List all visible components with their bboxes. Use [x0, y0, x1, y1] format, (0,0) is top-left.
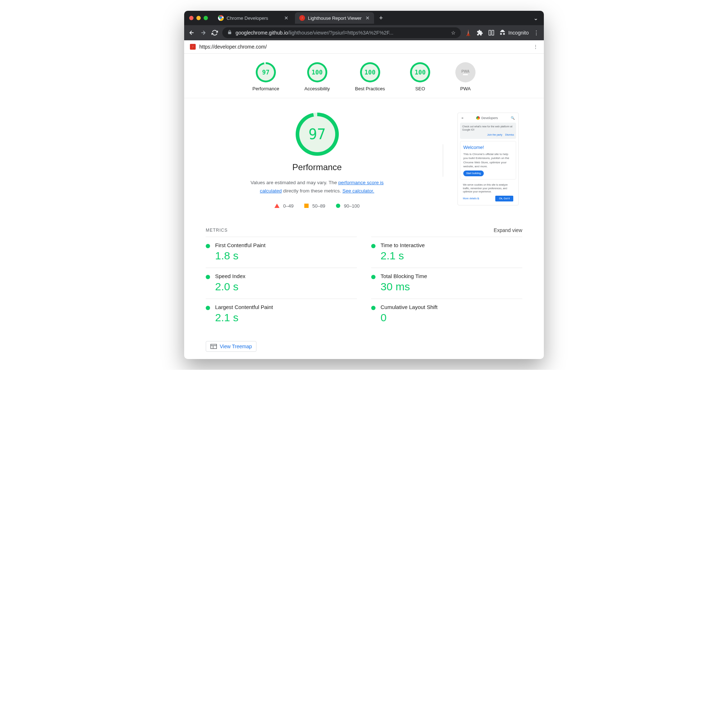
performance-detail: 97 Performance Values are estimated and …: [184, 98, 544, 219]
metrics-section: METRICS Expand view First Contentful Pai…: [184, 219, 544, 337]
hamburger-icon: ≡: [461, 116, 463, 121]
back-button[interactable]: [188, 29, 195, 37]
pass-bullet-icon: [206, 306, 210, 310]
page-screenshot-thumbnail: ≡Developers🔍 Check out what's new for th…: [458, 113, 522, 209]
metric-item[interactable]: Time to Interactive 2.1 s: [371, 237, 522, 268]
lighthouse-logo-icon: 🗼: [190, 44, 195, 50]
gauge-accessibility[interactable]: 100 Accessibility: [304, 62, 330, 91]
pass-bullet-icon: [371, 275, 376, 279]
performance-description: Values are estimated and may vary. The p…: [249, 179, 386, 195]
tab-strip: Chrome Developers ✕ 🗼 Lighthouse Report …: [184, 11, 544, 25]
gauge-performance[interactable]: 97 Performance: [252, 62, 279, 91]
gauge-label: Accessibility: [304, 86, 330, 91]
gauge-label: PWA: [460, 86, 471, 91]
new-tab-button[interactable]: +: [376, 14, 386, 22]
gauge-label: Best Practices: [355, 86, 385, 91]
pass-icon: [336, 204, 340, 208]
metric-item[interactable]: Cumulative Layout Shift 0: [371, 298, 522, 330]
close-tab-icon[interactable]: ✕: [284, 15, 288, 21]
window-controls: [189, 16, 208, 20]
close-tab-icon[interactable]: ✕: [365, 15, 370, 21]
fail-icon: [274, 204, 279, 208]
incognito-icon: [499, 29, 506, 36]
forward-button[interactable]: [199, 29, 207, 37]
calculator-link[interactable]: See calculator.: [342, 188, 374, 194]
reading-list-icon[interactable]: [487, 29, 495, 37]
treemap-icon: [210, 344, 217, 349]
divider: [443, 144, 443, 177]
metric-name: Total Blocking Time: [380, 273, 427, 279]
tested-url-bar: 🗼 https://developer.chrome.com/ ⋮: [184, 40, 544, 54]
metric-name: Cumulative Layout Shift: [380, 304, 437, 310]
svg-rect-3: [492, 30, 494, 35]
search-icon: 🔍: [511, 116, 515, 121]
metric-name: Largest Contentful Paint: [215, 304, 273, 310]
pwa-badge-icon: PWA: [455, 62, 476, 82]
score-legend: 0–49 50–89 90–100: [274, 203, 360, 209]
lighthouse-extension-icon[interactable]: 🗼: [464, 29, 472, 37]
extensions-icon[interactable]: [476, 29, 484, 37]
close-window-button[interactable]: [189, 16, 194, 20]
browser-tab-inactive[interactable]: Chrome Developers ✕: [214, 12, 293, 24]
score-gauges: 97 Performance 100 Accessibility 100 Bes…: [184, 54, 544, 98]
browser-toolbar: googlechrome.github.io/lighthouse/viewer…: [184, 25, 544, 40]
lock-icon: [227, 30, 232, 36]
metric-item[interactable]: Largest Contentful Paint 2.1 s: [206, 298, 357, 330]
metric-name: First Contentful Paint: [215, 242, 266, 248]
gauge-pwa[interactable]: PWA PWA: [455, 62, 476, 91]
metric-value: 2.1 s: [380, 250, 425, 262]
minimize-window-button[interactable]: [196, 16, 201, 20]
browser-menu-icon[interactable]: ⋮: [533, 29, 540, 37]
performance-big-gauge: 97: [296, 113, 339, 156]
tab-title: Lighthouse Report Viewer: [308, 15, 361, 21]
browser-window: Chrome Developers ✕ 🗼 Lighthouse Report …: [184, 11, 544, 359]
metric-item[interactable]: Total Blocking Time 30 ms: [371, 268, 522, 298]
metric-value: 30 ms: [380, 280, 427, 293]
svg-rect-4: [211, 344, 217, 349]
lighthouse-favicon: 🗼: [299, 15, 305, 21]
average-icon: [304, 204, 309, 208]
incognito-label: Incognito: [508, 30, 529, 36]
metric-name: Time to Interactive: [380, 242, 425, 248]
report-menu-icon[interactable]: ⋮: [533, 44, 538, 50]
metric-item[interactable]: Speed Index 2.0 s: [206, 268, 357, 298]
tested-url: https://developer.chrome.com/: [199, 44, 267, 50]
address-bar[interactable]: googlechrome.github.io/lighthouse/viewer…: [222, 27, 461, 38]
gauge-best-practices[interactable]: 100 Best Practices: [355, 62, 385, 91]
chrome-favicon: [218, 15, 224, 21]
metric-value: 1.8 s: [215, 250, 266, 262]
browser-tab-active[interactable]: 🗼 Lighthouse Report Viewer ✕: [295, 12, 374, 24]
pass-bullet-icon: [371, 244, 376, 248]
incognito-badge[interactable]: Incognito: [499, 29, 529, 36]
metric-value: 2.0 s: [215, 280, 245, 293]
star-icon[interactable]: ☆: [451, 30, 456, 36]
pass-bullet-icon: [371, 306, 376, 310]
maximize-window-button[interactable]: [204, 16, 208, 20]
expand-view-toggle[interactable]: Expand view: [494, 227, 522, 233]
gauge-label: SEO: [415, 86, 425, 91]
svg-rect-2: [489, 30, 491, 35]
reload-button[interactable]: [211, 29, 219, 37]
metrics-label: METRICS: [206, 228, 228, 233]
pass-bullet-icon: [206, 244, 210, 248]
url-text: googlechrome.github.io/lighthouse/viewer…: [236, 30, 394, 36]
gauge-label: Performance: [252, 86, 279, 91]
metric-name: Speed Index: [215, 273, 245, 279]
metric-value: 2.1 s: [215, 312, 273, 324]
pass-bullet-icon: [206, 275, 210, 279]
treemap-row: View Treemap: [206, 341, 522, 352]
tabs-dropdown-icon[interactable]: ⌄: [531, 15, 540, 22]
performance-title: Performance: [292, 162, 342, 172]
metric-value: 0: [380, 312, 437, 324]
gauge-seo[interactable]: 100 SEO: [410, 62, 430, 91]
metric-item[interactable]: First Contentful Paint 1.8 s: [206, 237, 357, 268]
view-treemap-button[interactable]: View Treemap: [206, 341, 257, 352]
tab-title: Chrome Developers: [227, 15, 269, 21]
